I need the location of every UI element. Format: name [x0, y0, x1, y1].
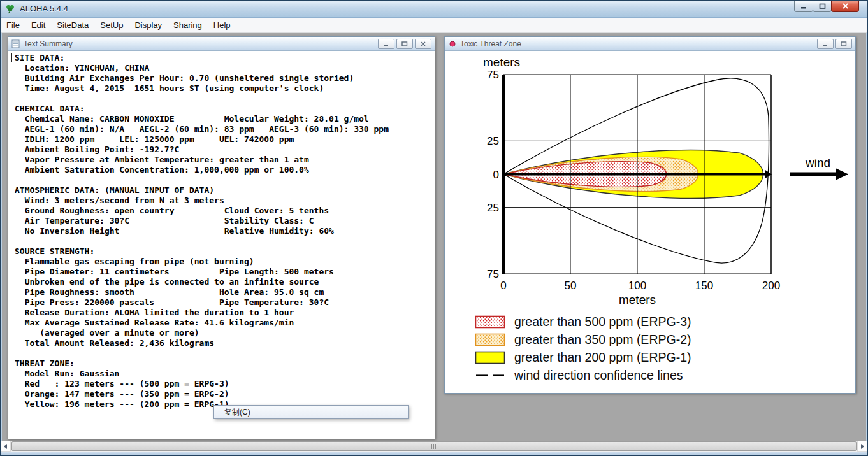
- menu-sharing[interactable]: Sharing: [168, 18, 207, 32]
- threat-zone-icon: [448, 39, 457, 48]
- y-tick-label: 75: [487, 69, 499, 81]
- aloha-main-window: ALOHA 5.4.4 File Edit SiteData SetUp Dis…: [0, 0, 868, 456]
- threat-zone-minimize-button[interactable]: [817, 39, 834, 49]
- scroll-left-button[interactable]: [0, 441, 11, 452]
- x-tick-label: 150: [695, 280, 713, 292]
- legend-label-confidence: wind direction confidence lines: [514, 368, 683, 383]
- y-axis-title: meters: [483, 55, 520, 69]
- text-summary-close-button[interactable]: [415, 39, 431, 49]
- legend-row-yellow: greater than 200 ppm (ERPG-1): [475, 348, 691, 366]
- scrollbar-thumb[interactable]: [11, 441, 857, 451]
- y-tick-label: 25: [487, 202, 499, 214]
- threat-zone-maximize-button[interactable]: [835, 39, 852, 49]
- scroll-left-arrow-icon: [4, 444, 7, 449]
- wind-label: wind: [805, 156, 830, 169]
- title-bar[interactable]: ALOHA 5.4.4: [0, 0, 868, 18]
- context-menu-item-copy[interactable]: 复制(C): [214, 407, 250, 418]
- aloha-clover-icon: [5, 4, 15, 14]
- x-tick-label: 200: [762, 280, 780, 292]
- close-button[interactable]: [831, 1, 859, 12]
- legend-label-yellow: greater than 200 ppm (ERPG-1): [514, 350, 691, 365]
- x-tick-label: 0: [500, 280, 506, 292]
- maximize-button[interactable]: [813, 1, 832, 12]
- text-summary-content: SITE DATA: Location: YINCHUAN, CHINA Bui…: [8, 51, 435, 439]
- mdi-area: Text Summary SITE DATA: Location: YINCHU…: [0, 33, 868, 441]
- threat-zone-plot: 050100150200752502575metersmeterswind: [445, 51, 854, 307]
- horizontal-scrollbar[interactable]: [0, 441, 868, 452]
- minimize-button[interactable]: [794, 1, 813, 12]
- text-cursor: [11, 53, 12, 62]
- text-summary-maximize-button[interactable]: [396, 39, 413, 49]
- x-tick-label: 50: [565, 280, 577, 292]
- menu-help[interactable]: Help: [208, 18, 236, 32]
- wind-arrowhead: [836, 169, 848, 180]
- x-axis: [503, 173, 766, 176]
- legend-swatch-red-dots: [475, 315, 505, 329]
- window-bottom-frame: [0, 452, 868, 456]
- legend-swatch-dashed-line: [475, 369, 505, 382]
- x-axis-title: meters: [619, 293, 656, 306]
- window-controls: [795, 1, 859, 12]
- scroll-right-arrow-icon: [861, 444, 864, 449]
- legend-row-orange: greater than 350 ppm (ERPG-2): [475, 331, 691, 348]
- y-tick-label: 25: [487, 135, 499, 147]
- threat-zone-titlebar[interactable]: Toxic Threat Zone: [445, 37, 855, 51]
- menu-file[interactable]: File: [1, 18, 25, 32]
- threat-zone-content: 050100150200752502575metersmeterswind gr…: [445, 51, 855, 393]
- scrollbar-track[interactable]: [11, 441, 857, 452]
- x-tick-label: 100: [628, 280, 646, 292]
- legend-label-red: greater than 500 ppm (ERPG-3): [514, 315, 691, 329]
- legend-row-red: greater than 500 ppm (ERPG-3): [475, 313, 691, 331]
- menu-sitedata[interactable]: SiteData: [52, 18, 94, 32]
- legend-swatch-orange-dots: [475, 333, 505, 346]
- legend-label-orange: greater than 350 ppm (ERPG-2): [514, 332, 691, 347]
- menu-display[interactable]: Display: [129, 18, 167, 32]
- y-tick-label: 0: [493, 169, 499, 181]
- text-summary-window: Text Summary SITE DATA: Location: YINCHU…: [8, 36, 435, 439]
- text-summary-titlebar[interactable]: Text Summary: [8, 37, 435, 51]
- menu-setup[interactable]: SetUp: [95, 18, 128, 32]
- summary-text[interactable]: SITE DATA: Location: YINCHUAN, CHINA Bui…: [8, 51, 435, 410]
- context-menu: 复制(C): [213, 405, 409, 419]
- text-summary-minimize-button[interactable]: [378, 39, 394, 49]
- text-summary-title: Text Summary: [24, 39, 376, 48]
- wind-arrow: [790, 173, 836, 176]
- menu-bar: File Edit SiteData SetUp Display Sharing…: [0, 18, 868, 33]
- window-left-frame: [0, 33, 2, 452]
- document-icon: [11, 39, 20, 48]
- threat-zone-title: Toxic Threat Zone: [460, 39, 815, 48]
- scrollbar-grip-icon: [431, 444, 437, 449]
- threat-zone-window: Toxic Threat Zone: [444, 36, 856, 394]
- scroll-right-button[interactable]: [857, 441, 868, 452]
- legend-swatch-yellow: [475, 351, 505, 364]
- y-tick-label: 75: [487, 268, 499, 280]
- window-title: ALOHA 5.4.4: [20, 4, 68, 13]
- legend-row-confidence: wind direction confidence lines: [475, 366, 691, 384]
- threat-legend: greater than 500 ppm (ERPG-3) greater th…: [475, 313, 691, 384]
- menu-edit[interactable]: Edit: [26, 18, 50, 32]
